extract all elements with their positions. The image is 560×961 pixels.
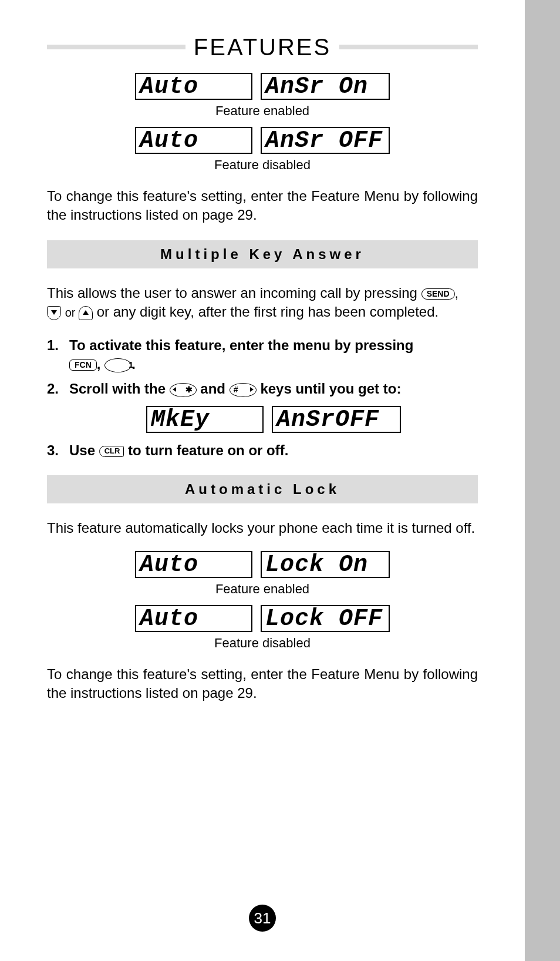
fcn-key-icon: FCN <box>69 359 97 371</box>
caption-disabled: Feature disabled <box>47 157 478 173</box>
caption-disabled: Feature disabled <box>47 636 478 651</box>
text: This allows the user to answer an incomi… <box>47 285 421 301</box>
mkey-display: MkEy AnSrOFF <box>69 406 478 433</box>
down-key-icon <box>47 306 61 320</box>
text: ✱ <box>185 384 193 395</box>
text: , <box>455 285 459 301</box>
page-content: FEATURES Auto AnSr On Feature enabled Au… <box>0 0 525 717</box>
lcd-right: AnSrOFF <box>272 406 401 433</box>
right-margin-bar <box>525 0 560 961</box>
title-bar-left <box>47 45 185 49</box>
page-number-badge: 31 <box>249 905 276 932</box>
autolock-disabled-display: Auto Lock OFF <box>47 605 478 632</box>
one-key-icon: 1 <box>104 358 131 372</box>
text: # <box>234 384 238 395</box>
section-heading-mkey: Multiple Key Answer <box>47 240 478 268</box>
text: Scroll with the <box>69 381 170 397</box>
auto-answer-disabled-display: Auto AnSr OFF <box>47 127 478 154</box>
page-title-row: FEATURES <box>47 35 478 59</box>
send-key-icon: SEND <box>421 288 455 300</box>
lcd-left: Auto <box>135 551 252 578</box>
caption-enabled: Feature enabled <box>47 582 478 597</box>
lcd-right: Lock OFF <box>261 605 390 632</box>
text: To activate this feature, enter the menu… <box>69 337 413 353</box>
section-heading-autolock: Automatic Lock <box>47 475 478 503</box>
lcd-left: MkEy <box>146 406 264 433</box>
text: Use <box>69 442 99 458</box>
clr-key-icon: CLR <box>99 446 124 456</box>
step-1: To activate this feature, enter the menu… <box>47 336 478 374</box>
page-title: FEATURES <box>185 35 339 59</box>
step-2: Scroll with the ✱ and # keys until you g… <box>47 379 478 432</box>
lcd-right: AnSr OFF <box>261 127 390 154</box>
text: , <box>97 356 104 372</box>
mkey-steps: To activate this feature, enter the menu… <box>47 336 478 461</box>
text: keys until you get to: <box>260 381 401 397</box>
lcd-right: Lock On <box>261 551 390 578</box>
autolock-enabled-display: Auto Lock On <box>47 551 478 578</box>
mkey-intro: This allows the user to answer an incomi… <box>47 284 478 322</box>
text: 1 <box>118 359 144 371</box>
caption-enabled: Feature enabled <box>47 103 478 119</box>
title-bar-right <box>339 45 478 49</box>
lcd-left: Auto <box>135 73 252 100</box>
text: or <box>65 306 79 319</box>
lcd-left: Auto <box>135 127 252 154</box>
star-left-key-icon: ✱ <box>170 383 197 397</box>
text: or any digit key, after the first ring h… <box>97 304 439 320</box>
up-key-icon <box>79 306 93 320</box>
text: and <box>200 381 229 397</box>
step-3: Use CLR to turn feature on or off. <box>47 441 478 460</box>
auto-answer-change-text: To change this feature's setting, enter … <box>47 187 478 225</box>
hash-right-key-icon: # <box>230 383 257 397</box>
autolock-change-text: To change this feature's setting, enter … <box>47 665 478 703</box>
lcd-left: Auto <box>135 605 252 632</box>
lcd-right: AnSr On <box>261 73 390 100</box>
autolock-intro: This feature automatically locks your ph… <box>47 519 478 537</box>
text: to turn feature on or off. <box>128 442 288 458</box>
auto-answer-enabled-display: Auto AnSr On <box>47 73 478 100</box>
